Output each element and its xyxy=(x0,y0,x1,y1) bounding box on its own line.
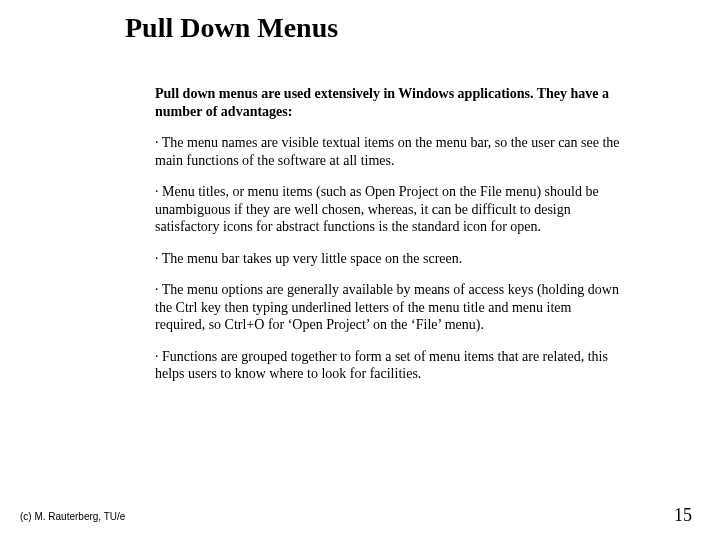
slide-body: Pull down menus are used extensively in … xyxy=(155,85,625,397)
intro-text: Pull down menus are used extensively in … xyxy=(155,85,625,120)
list-item: · The menu options are generally availab… xyxy=(155,281,625,334)
slide-title: Pull Down Menus xyxy=(125,12,338,44)
bullet-list: · The menu names are visible textual ite… xyxy=(155,134,625,383)
bullet-text: The menu bar takes up very little space … xyxy=(162,251,463,266)
list-item: · The menu bar takes up very little spac… xyxy=(155,250,625,268)
footer-copyright: (c) M. Rauterberg, TU/e xyxy=(20,511,125,522)
list-item: · Functions are grouped together to form… xyxy=(155,348,625,383)
bullet-icon: · xyxy=(155,135,159,150)
bullet-text: Functions are grouped together to form a… xyxy=(155,349,608,382)
bullet-icon: · xyxy=(155,251,159,266)
bullet-text: The menu names are visible textual items… xyxy=(155,135,620,168)
list-item: · Menu titles, or menu items (such as Op… xyxy=(155,183,625,236)
slide: Pull Down Menus Pull down menus are used… xyxy=(0,0,720,540)
page-number: 15 xyxy=(674,505,692,526)
bullet-icon: · xyxy=(155,349,159,364)
bullet-icon: · xyxy=(155,184,159,199)
bullet-icon: · xyxy=(155,282,159,297)
list-item: · The menu names are visible textual ite… xyxy=(155,134,625,169)
bullet-text: Menu titles, or menu items (such as Open… xyxy=(155,184,599,234)
bullet-text: The menu options are generally available… xyxy=(155,282,619,332)
